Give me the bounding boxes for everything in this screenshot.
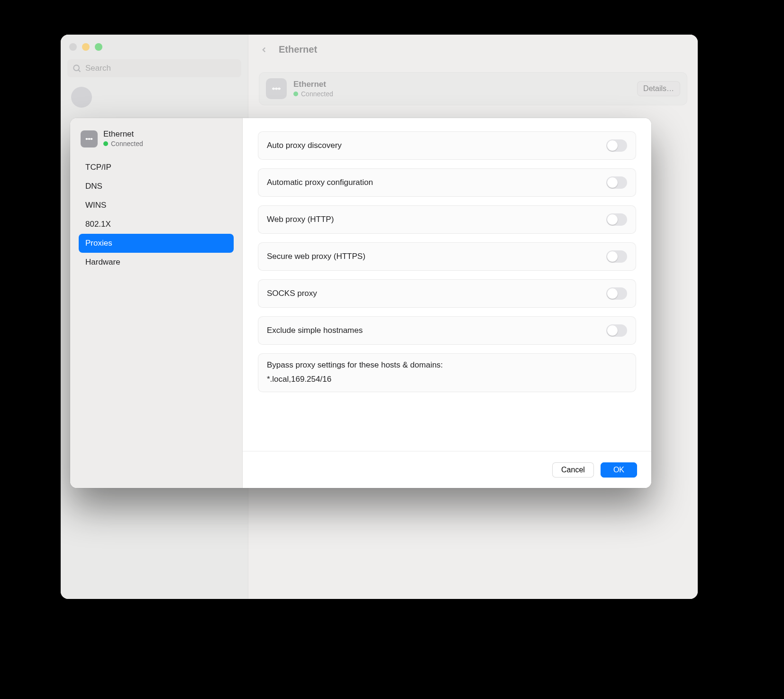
close-window-icon[interactable] bbox=[69, 43, 77, 51]
search-icon bbox=[72, 64, 82, 73]
status-dot-icon bbox=[103, 141, 108, 146]
toggle-automatic-proxy-configuration[interactable] bbox=[606, 176, 627, 189]
toggle-socks-proxy[interactable] bbox=[606, 287, 627, 300]
detail-header: Ethernet bbox=[248, 35, 698, 64]
ok-button[interactable]: OK bbox=[601, 462, 637, 478]
row-secure-web-proxy-https: Secure web proxy (HTTPS) bbox=[258, 242, 636, 271]
bypass-value[interactable]: *.local,169.254/16 bbox=[267, 375, 627, 384]
svg-point-3 bbox=[276, 88, 277, 90]
row-web-proxy-http: Web proxy (HTTP) bbox=[258, 205, 636, 234]
interface-status: Connected bbox=[293, 90, 333, 98]
back-button[interactable] bbox=[257, 43, 271, 57]
row-label: Auto proxy discovery bbox=[267, 141, 342, 150]
interface-name: Ethernet bbox=[293, 80, 333, 89]
proxies-content: Auto proxy discovery Automatic proxy con… bbox=[243, 118, 651, 451]
toggle-web-proxy-http[interactable] bbox=[606, 213, 627, 226]
status-dot-icon bbox=[293, 92, 298, 96]
row-automatic-proxy-configuration: Automatic proxy configuration bbox=[258, 168, 636, 197]
details-button[interactable]: Details… bbox=[637, 81, 680, 96]
row-label: Automatic proxy configuration bbox=[267, 178, 373, 187]
sheet-sidebar: Ethernet Connected TCP/IP DNS WINS 802.1… bbox=[70, 118, 243, 488]
chevron-left-icon bbox=[260, 46, 268, 54]
svg-point-0 bbox=[73, 65, 79, 71]
search-input[interactable] bbox=[67, 59, 241, 77]
tab-8021x[interactable]: 802.1X bbox=[79, 215, 234, 234]
bypass-card: Bypass proxy settings for these hosts & … bbox=[258, 353, 636, 392]
bypass-title: Bypass proxy settings for these hosts & … bbox=[267, 360, 627, 370]
tab-dns[interactable]: DNS bbox=[79, 177, 234, 196]
toggle-auto-proxy-discovery[interactable] bbox=[606, 139, 627, 152]
svg-point-6 bbox=[89, 138, 90, 140]
interface-card: Ethernet Connected Details… bbox=[259, 72, 687, 105]
row-label: Secure web proxy (HTTPS) bbox=[267, 252, 365, 261]
tab-hardware[interactable]: Hardware bbox=[79, 253, 234, 272]
row-auto-proxy-discovery: Auto proxy discovery bbox=[258, 131, 636, 160]
row-exclude-simple-hostnames: Exclude simple hostnames bbox=[258, 316, 636, 345]
row-label: SOCKS proxy bbox=[267, 289, 317, 298]
sheet-tabs: TCP/IP DNS WINS 802.1X Proxies Hardware bbox=[79, 158, 234, 272]
sidebar-item-account[interactable] bbox=[67, 84, 241, 110]
ethernet-icon bbox=[81, 130, 98, 147]
sheet-header: Ethernet Connected bbox=[79, 129, 234, 155]
svg-point-7 bbox=[91, 138, 92, 140]
status-text: Connected bbox=[301, 90, 333, 98]
row-label: Web proxy (HTTP) bbox=[267, 215, 334, 224]
row-socks-proxy: SOCKS proxy bbox=[258, 279, 636, 308]
svg-line-1 bbox=[79, 70, 81, 72]
sheet-status: Connected bbox=[103, 140, 143, 147]
avatar-icon bbox=[71, 87, 92, 108]
cancel-button[interactable]: Cancel bbox=[552, 462, 594, 478]
sheet-content-pane: Auto proxy discovery Automatic proxy con… bbox=[243, 118, 651, 488]
minimize-window-icon[interactable] bbox=[82, 43, 90, 51]
window-controls bbox=[69, 43, 241, 51]
proxies-sheet: Ethernet Connected TCP/IP DNS WINS 802.1… bbox=[70, 118, 651, 488]
row-label: Exclude simple hostnames bbox=[267, 326, 363, 335]
sheet-footer: Cancel OK bbox=[243, 451, 651, 488]
toggle-secure-web-proxy-https[interactable] bbox=[606, 250, 627, 263]
status-text: Connected bbox=[111, 140, 143, 147]
ethernet-icon bbox=[266, 78, 287, 99]
zoom-window-icon[interactable] bbox=[95, 43, 102, 51]
sheet-title: Ethernet bbox=[103, 129, 143, 139]
detail-body: Ethernet Connected Details… bbox=[248, 64, 698, 113]
tab-wins[interactable]: WINS bbox=[79, 196, 234, 215]
tab-tcpip[interactable]: TCP/IP bbox=[79, 158, 234, 177]
page-title: Ethernet bbox=[279, 44, 317, 55]
search-field[interactable] bbox=[67, 59, 241, 77]
svg-point-4 bbox=[279, 88, 280, 90]
tab-proxies[interactable]: Proxies bbox=[79, 234, 234, 253]
toggle-exclude-simple-hostnames[interactable] bbox=[606, 324, 627, 337]
